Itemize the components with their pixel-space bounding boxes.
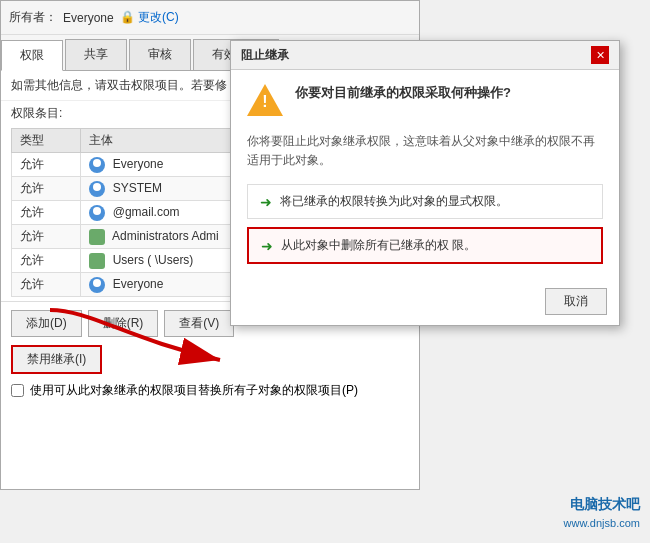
watermark-line1: 电脑技术吧 — [564, 493, 640, 515]
warning-icon: ! — [247, 84, 283, 120]
delete-button[interactable]: 删除(R) — [88, 310, 159, 337]
watermark: 电脑技术吧 www.dnjsb.com — [564, 493, 640, 533]
option2-arrow-icon: ➜ — [261, 238, 273, 254]
tab-permissions[interactable]: 权限 — [1, 40, 63, 71]
user-icon — [89, 157, 105, 173]
owner-change-link[interactable]: 🔒 更改(C) — [120, 9, 179, 26]
dialog-close-button[interactable]: ✕ — [591, 46, 609, 64]
watermark-line2: www.dnjsb.com — [564, 515, 640, 533]
tab-audit[interactable]: 审核 — [129, 39, 191, 70]
disable-inherit-button[interactable]: 禁用继承(I) — [11, 345, 102, 374]
option1-button[interactable]: ➜ 将已继承的权限转换为此对象的显式权限。 — [247, 184, 603, 219]
dialog-question: 你要对目前继承的权限采取何种操作? — [295, 84, 603, 102]
dialog-title-bar: 阻止继承 ✕ — [231, 41, 619, 70]
cancel-button[interactable]: 取消 — [545, 288, 607, 315]
option1-label: 将已继承的权限转换为此对象的显式权限。 — [280, 193, 508, 210]
owner-value: Everyone — [63, 11, 114, 25]
row-type: 允许 — [12, 201, 81, 225]
col-type: 类型 — [12, 129, 81, 153]
option2-button[interactable]: ➜ 从此对象中删除所有已继承的权 限。 — [247, 227, 603, 264]
user-icon — [89, 205, 105, 221]
option1-arrow-icon: ➜ — [260, 194, 272, 210]
option2-label: 从此对象中删除所有已继承的权 限。 — [281, 237, 476, 254]
group-icon — [89, 229, 105, 245]
dialog-header-row: ! 你要对目前继承的权限采取何种操作? — [247, 84, 603, 120]
row-type: 允许 — [12, 177, 81, 201]
dialog-description: 你将要阻止此对象继承权限，这意味着从父对象中继承的权限不再适用于此对象。 — [247, 132, 603, 170]
owner-label: 所有者： — [9, 9, 57, 26]
tab-sharing[interactable]: 共享 — [65, 39, 127, 70]
dialog-body: ! 你要对目前继承的权限采取何种操作? 你将要阻止此对象继承权限，这意味着从父对… — [231, 70, 619, 282]
row-type: 允许 — [12, 153, 81, 177]
view-button[interactable]: 查看(V) — [164, 310, 234, 337]
dialog-footer: 取消 — [231, 282, 619, 325]
row-type: 允许 — [12, 273, 81, 297]
checkbox-row: 使用可从此对象继承的权限项目替换所有子对象的权限项目(P) — [11, 382, 409, 399]
block-inherit-dialog: 阻止继承 ✕ ! 你要对目前继承的权限采取何种操作? 你将要阻止此对象继承权限，… — [230, 40, 620, 326]
user-icon — [89, 277, 105, 293]
inherit-button-row: 禁用继承(I) — [11, 345, 409, 374]
checkbox-label: 使用可从此对象继承的权限项目替换所有子对象的权限项目(P) — [30, 382, 358, 399]
replace-checkbox[interactable] — [11, 384, 24, 397]
warning-triangle: ! — [247, 84, 283, 116]
row-type: 允许 — [12, 249, 81, 273]
row-type: 允许 — [12, 225, 81, 249]
warning-exclaim: ! — [262, 94, 267, 110]
group-icon — [89, 253, 105, 269]
add-button[interactable]: 添加(D) — [11, 310, 82, 337]
owner-bar: 所有者： Everyone 🔒 更改(C) — [1, 1, 419, 35]
dialog-title-text: 阻止继承 — [241, 47, 289, 64]
user-icon — [89, 181, 105, 197]
